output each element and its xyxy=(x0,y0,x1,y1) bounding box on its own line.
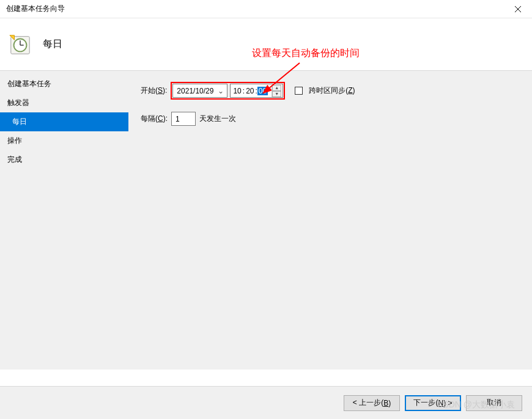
time-input[interactable]: 10:20:00 ▲ ▼ xyxy=(230,84,283,98)
spinner-down[interactable]: ▼ xyxy=(272,91,281,97)
sync-timezone-checkbox[interactable] xyxy=(295,87,303,95)
main-panel: 开始(S): 2021/10/29 ⌄ 10:20:00 ▲ ▼ 跨时区同步(Z… xyxy=(128,71,532,370)
back-button[interactable]: < 上一步(B) xyxy=(344,395,400,411)
close-button[interactable] xyxy=(504,0,532,18)
titlebar: 创建基本任务向导 xyxy=(0,0,532,18)
interval-unit: 天发生一次 xyxy=(199,114,236,124)
sync-timezone-label: 跨时区同步(Z) xyxy=(309,86,355,96)
date-input[interactable]: 2021/10/29 ⌄ xyxy=(172,84,227,98)
time-hour: 10 xyxy=(232,87,242,95)
start-label: 开始(S): xyxy=(141,86,167,96)
time-spinner: ▲ ▼ xyxy=(272,85,281,97)
wizard-sidebar: 创建基本任务 触发器 每日 操作 完成 xyxy=(0,71,128,370)
interval-input[interactable] xyxy=(171,112,196,126)
chevron-down-icon[interactable]: ⌄ xyxy=(216,87,226,95)
time-sec-selected: 00 xyxy=(257,87,268,95)
wizard-footer: < 上一步(B) 下一步(N) > 取消 xyxy=(0,386,532,419)
sidebar-item-daily[interactable]: 每日 xyxy=(0,112,128,131)
datetime-highlight: 2021/10/29 ⌄ 10:20:00 ▲ ▼ xyxy=(171,82,285,100)
window-title: 创建基本任务向导 xyxy=(6,4,65,14)
cancel-button[interactable]: 取消 xyxy=(466,395,522,411)
sidebar-item-create-task[interactable]: 创建基本任务 xyxy=(0,75,128,93)
sidebar-item-action[interactable]: 操作 xyxy=(0,131,128,150)
sidebar-item-finish[interactable]: 完成 xyxy=(0,150,128,169)
annotation-text: 设置每天自动备份的时间 xyxy=(252,47,360,60)
content: 创建基本任务 触发器 每日 操作 完成 开始(S): 2021/10/29 ⌄ … xyxy=(0,70,532,370)
page-title: 每日 xyxy=(43,38,62,51)
sidebar-item-trigger[interactable]: 触发器 xyxy=(0,93,128,112)
close-icon xyxy=(515,6,521,12)
spinner-up[interactable]: ▲ xyxy=(272,85,281,91)
interval-label: 每隔(C): xyxy=(141,114,168,124)
wizard-header: 每日 xyxy=(0,18,532,70)
time-min: 20 xyxy=(245,87,255,95)
date-value: 2021/10/29 xyxy=(174,87,216,95)
clock-icon xyxy=(9,33,32,56)
next-button[interactable]: 下一步(N) > xyxy=(405,395,461,411)
